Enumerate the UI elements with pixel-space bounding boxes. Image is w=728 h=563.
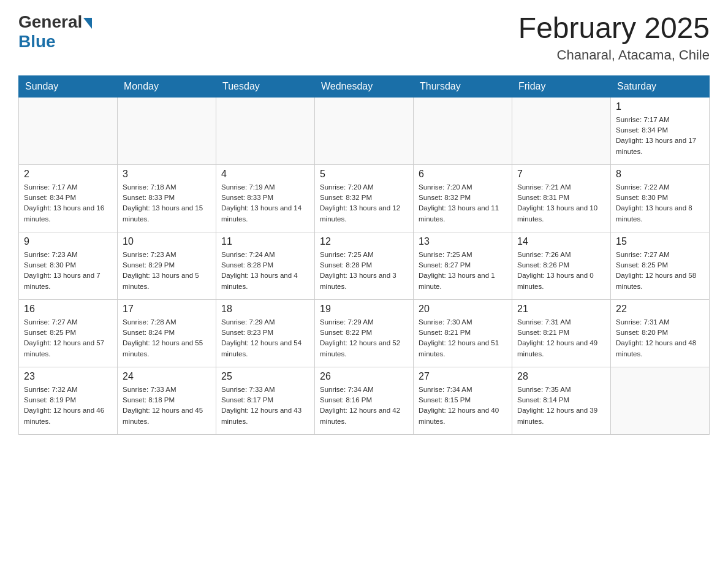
calendar-cell: 25Sunrise: 7:33 AMSunset: 8:17 PMDayligh… (216, 367, 315, 434)
calendar-cell: 14Sunrise: 7:26 AMSunset: 8:26 PMDayligh… (512, 232, 611, 299)
logo-general: General (18, 12, 82, 32)
day-info: Sunrise: 7:34 AMSunset: 8:15 PMDaylight:… (419, 385, 507, 427)
calendar-cell (512, 97, 611, 164)
calendar-cell: 8Sunrise: 7:22 AMSunset: 8:30 PMDaylight… (611, 164, 710, 232)
day-number: 21 (517, 304, 605, 315)
calendar-cell: 1Sunrise: 7:17 AMSunset: 8:34 PMDaylight… (611, 97, 710, 164)
day-info: Sunrise: 7:18 AMSunset: 8:33 PMDaylight:… (123, 182, 211, 224)
day-number: 4 (221, 169, 309, 180)
calendar-cell: 12Sunrise: 7:25 AMSunset: 8:28 PMDayligh… (315, 232, 414, 299)
day-info: Sunrise: 7:22 AMSunset: 8:30 PMDaylight:… (616, 182, 704, 224)
day-info: Sunrise: 7:27 AMSunset: 8:25 PMDaylight:… (616, 250, 704, 292)
day-number: 25 (221, 371, 309, 382)
calendar-cell: 19Sunrise: 7:29 AMSunset: 8:22 PMDayligh… (315, 299, 414, 367)
day-number: 17 (123, 304, 211, 315)
day-info: Sunrise: 7:23 AMSunset: 8:30 PMDaylight:… (24, 250, 112, 292)
calendar-week-row: 1Sunrise: 7:17 AMSunset: 8:34 PMDaylight… (19, 97, 710, 164)
day-info: Sunrise: 7:20 AMSunset: 8:32 PMDaylight:… (320, 182, 408, 224)
calendar-header-row: SundayMondayTuesdayWednesdayThursdayFrid… (19, 75, 710, 97)
day-of-week-header: Thursday (414, 75, 512, 97)
day-number: 12 (320, 236, 408, 247)
day-number: 19 (320, 304, 408, 315)
day-info: Sunrise: 7:23 AMSunset: 8:29 PMDaylight:… (123, 250, 211, 292)
day-number: 23 (24, 371, 112, 382)
calendar-cell: 13Sunrise: 7:25 AMSunset: 8:27 PMDayligh… (414, 232, 512, 299)
day-number: 24 (123, 371, 211, 382)
day-info: Sunrise: 7:20 AMSunset: 8:32 PMDaylight:… (419, 182, 507, 224)
calendar-cell: 22Sunrise: 7:31 AMSunset: 8:20 PMDayligh… (611, 299, 710, 367)
day-info: Sunrise: 7:25 AMSunset: 8:28 PMDaylight:… (320, 250, 408, 292)
calendar-cell: 28Sunrise: 7:35 AMSunset: 8:14 PMDayligh… (512, 367, 611, 434)
day-number: 11 (221, 236, 309, 247)
day-info: Sunrise: 7:17 AMSunset: 8:34 PMDaylight:… (616, 115, 704, 157)
day-info: Sunrise: 7:33 AMSunset: 8:17 PMDaylight:… (221, 385, 309, 427)
day-info: Sunrise: 7:21 AMSunset: 8:31 PMDaylight:… (517, 182, 605, 224)
day-info: Sunrise: 7:25 AMSunset: 8:27 PMDaylight:… (419, 250, 507, 292)
day-number: 16 (24, 304, 112, 315)
calendar-cell: 15Sunrise: 7:27 AMSunset: 8:25 PMDayligh… (611, 232, 710, 299)
calendar-title: February 2025 (518, 12, 710, 45)
calendar-subtitle: Chanaral, Atacama, Chile (518, 47, 710, 63)
day-of-week-header: Sunday (19, 75, 118, 97)
calendar-cell: 5Sunrise: 7:20 AMSunset: 8:32 PMDaylight… (315, 164, 414, 232)
calendar-cell (19, 97, 118, 164)
day-number: 14 (517, 236, 605, 247)
day-number: 1 (616, 101, 704, 112)
calendar-cell: 4Sunrise: 7:19 AMSunset: 8:33 PMDaylight… (216, 164, 315, 232)
day-info: Sunrise: 7:35 AMSunset: 8:14 PMDaylight:… (517, 385, 605, 427)
day-info: Sunrise: 7:34 AMSunset: 8:16 PMDaylight:… (320, 385, 408, 427)
day-number: 20 (419, 304, 507, 315)
calendar-cell: 21Sunrise: 7:31 AMSunset: 8:21 PMDayligh… (512, 299, 611, 367)
calendar-table: SundayMondayTuesdayWednesdayThursdayFrid… (18, 75, 710, 435)
calendar-cell: 18Sunrise: 7:29 AMSunset: 8:23 PMDayligh… (216, 299, 315, 367)
calendar-cell: 7Sunrise: 7:21 AMSunset: 8:31 PMDaylight… (512, 164, 611, 232)
calendar-cell (611, 367, 710, 434)
calendar-cell: 17Sunrise: 7:28 AMSunset: 8:24 PMDayligh… (118, 299, 216, 367)
day-info: Sunrise: 7:29 AMSunset: 8:22 PMDaylight:… (320, 317, 408, 359)
day-info: Sunrise: 7:29 AMSunset: 8:23 PMDaylight:… (221, 317, 309, 359)
day-info: Sunrise: 7:31 AMSunset: 8:20 PMDaylight:… (616, 317, 704, 359)
calendar-cell (414, 97, 512, 164)
day-number: 27 (419, 371, 507, 382)
day-info: Sunrise: 7:30 AMSunset: 8:21 PMDaylight:… (419, 317, 507, 359)
calendar-cell: 16Sunrise: 7:27 AMSunset: 8:25 PMDayligh… (19, 299, 118, 367)
day-number: 7 (517, 169, 605, 180)
logo: General Blue (18, 12, 92, 52)
day-info: Sunrise: 7:19 AMSunset: 8:33 PMDaylight:… (221, 182, 309, 224)
calendar-cell: 24Sunrise: 7:33 AMSunset: 8:18 PMDayligh… (118, 367, 216, 434)
day-number: 2 (24, 169, 112, 180)
day-info: Sunrise: 7:26 AMSunset: 8:26 PMDaylight:… (517, 250, 605, 292)
calendar-cell: 10Sunrise: 7:23 AMSunset: 8:29 PMDayligh… (118, 232, 216, 299)
day-of-week-header: Tuesday (216, 75, 315, 97)
day-of-week-header: Wednesday (315, 75, 414, 97)
page-header: General Blue February 2025 Chanaral, Ata… (18, 12, 710, 63)
calendar-cell: 26Sunrise: 7:34 AMSunset: 8:16 PMDayligh… (315, 367, 414, 434)
day-info: Sunrise: 7:32 AMSunset: 8:19 PMDaylight:… (24, 385, 112, 427)
calendar-cell (216, 97, 315, 164)
day-number: 18 (221, 304, 309, 315)
calendar-cell (118, 97, 216, 164)
day-info: Sunrise: 7:28 AMSunset: 8:24 PMDaylight:… (123, 317, 211, 359)
day-info: Sunrise: 7:17 AMSunset: 8:34 PMDaylight:… (24, 182, 112, 224)
day-number: 3 (123, 169, 211, 180)
calendar-cell: 11Sunrise: 7:24 AMSunset: 8:28 PMDayligh… (216, 232, 315, 299)
calendar-week-row: 2Sunrise: 7:17 AMSunset: 8:34 PMDaylight… (19, 164, 710, 232)
logo-arrow-icon (83, 18, 92, 29)
calendar-cell: 23Sunrise: 7:32 AMSunset: 8:19 PMDayligh… (19, 367, 118, 434)
calendar-cell: 3Sunrise: 7:18 AMSunset: 8:33 PMDaylight… (118, 164, 216, 232)
day-number: 26 (320, 371, 408, 382)
logo-blue: Blue (18, 32, 56, 52)
title-block: February 2025 Chanaral, Atacama, Chile (518, 12, 710, 63)
day-number: 15 (616, 236, 704, 247)
day-number: 13 (419, 236, 507, 247)
day-info: Sunrise: 7:31 AMSunset: 8:21 PMDaylight:… (517, 317, 605, 359)
calendar-week-row: 23Sunrise: 7:32 AMSunset: 8:19 PMDayligh… (19, 367, 710, 434)
day-of-week-header: Friday (512, 75, 611, 97)
day-info: Sunrise: 7:33 AMSunset: 8:18 PMDaylight:… (123, 385, 211, 427)
calendar-cell: 9Sunrise: 7:23 AMSunset: 8:30 PMDaylight… (19, 232, 118, 299)
day-number: 28 (517, 371, 605, 382)
calendar-week-row: 9Sunrise: 7:23 AMSunset: 8:30 PMDaylight… (19, 232, 710, 299)
calendar-cell (315, 97, 414, 164)
day-info: Sunrise: 7:27 AMSunset: 8:25 PMDaylight:… (24, 317, 112, 359)
calendar-cell: 20Sunrise: 7:30 AMSunset: 8:21 PMDayligh… (414, 299, 512, 367)
